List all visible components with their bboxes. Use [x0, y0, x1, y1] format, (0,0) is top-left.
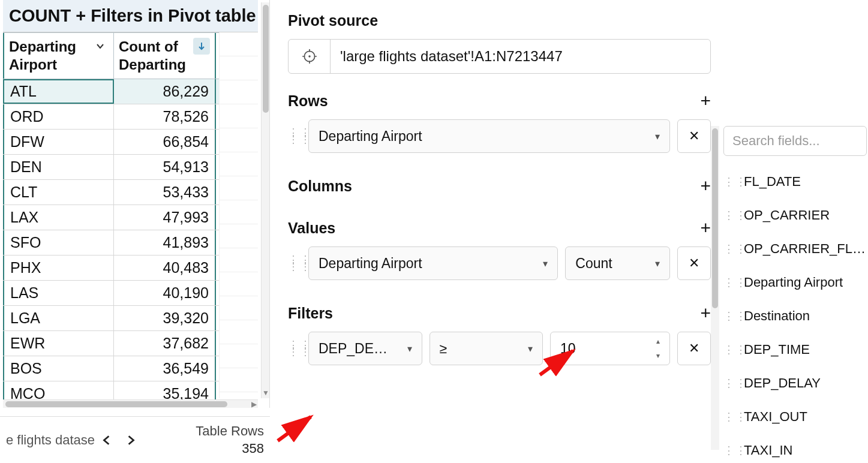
field-item[interactable]: ⋮⋮Departing Airport [723, 266, 867, 299]
scrollbar-thumb[interactable] [712, 128, 718, 308]
field-item[interactable]: ⋮⋮OP_CARRIER [723, 199, 867, 232]
add-row-field-button[interactable]: + [700, 92, 711, 110]
add-column-field-button[interactable]: + [700, 177, 711, 195]
cell-count: 53,433 [114, 180, 216, 205]
cell-count: 78,526 [114, 104, 216, 129]
number-stepper: ▴ ▾ [650, 334, 666, 363]
remove-values-field-button[interactable]: ✕ [677, 246, 711, 280]
values-aggregation-value: Count [566, 255, 645, 272]
values-section-header: Values + [288, 219, 711, 237]
rows-field-select[interactable]: Departing Airport ▾ [308, 119, 670, 153]
sheet-tab[interactable]: e flights datase [6, 432, 95, 448]
pivot-table: COUNT + Filters in Pivot table Departing… [3, 0, 258, 399]
horizontal-scrollbar[interactable]: ▶ [3, 399, 258, 408]
sort-descending-icon[interactable] [193, 38, 210, 55]
cell-airport: PHX [3, 255, 114, 280]
field-name: TAXI_OUT [744, 409, 807, 425]
values-field-row: ⋮⋮⋮⋮ Departing Airport ▾ Count ▾ ✕ [288, 246, 711, 280]
field-name: OP_CARRIER_FL_N… [744, 241, 867, 257]
table-rows-value: 358 [196, 440, 264, 458]
drag-handle-icon[interactable]: ⋮⋮ [723, 414, 737, 420]
filters-field-row: ⋮⋮⋮⋮ DEP_DEL… ▾ ≥ ▾ ▴ ▾ ✕ [288, 332, 711, 365]
filters-section-header: Filters + [288, 304, 711, 322]
scrollbar-thumb[interactable] [5, 401, 227, 407]
drag-handle-icon[interactable]: ⋮⋮ [723, 279, 737, 286]
drag-handle-icon[interactable]: ⋮⋮ [723, 313, 737, 320]
drag-handle-icon[interactable]: ⋮⋮⋮⋮ [288, 342, 301, 355]
filter-field-value: DEP_DEL… [309, 341, 398, 357]
rows-field-row: ⋮⋮⋮⋮ Departing Airport ▾ ✕ [288, 119, 711, 153]
drag-handle-icon[interactable]: ⋮⋮ [723, 447, 737, 454]
svg-point-1 [308, 55, 310, 57]
cell-count: 86,229 [114, 79, 216, 104]
field-item[interactable]: ⋮⋮DEP_TIME [723, 333, 867, 366]
cell-count: 40,190 [114, 281, 216, 305]
drag-handle-icon[interactable]: ⋮⋮ [723, 246, 737, 252]
pivot-extra-columns [219, 32, 258, 398]
search-fields-input[interactable] [723, 126, 867, 156]
column-header-label: Departing Airport [9, 38, 89, 74]
drag-handle-icon[interactable]: ⋮⋮ [723, 179, 737, 185]
field-item[interactable]: ⋮⋮TAXI_OUT [723, 400, 867, 434]
drag-handle-icon[interactable]: ⋮⋮ [723, 347, 737, 353]
chevron-down-icon[interactable] [92, 38, 109, 55]
pivot-source-value[interactable]: 'large flights dataset'!A1:N7213447 [331, 48, 572, 65]
field-name: DEP_DELAY [744, 375, 821, 391]
drag-handle-icon[interactable]: ⋮⋮⋮⋮ [288, 257, 301, 270]
section-title-text: Filters [288, 305, 333, 322]
columns-section-header: Columns + [288, 177, 711, 195]
vertical-scrollbar[interactable]: ▼ [261, 2, 269, 398]
field-item[interactable]: ⋮⋮TAXI_IN [723, 434, 867, 463]
rows-field-value: Departing Airport [309, 128, 645, 145]
pivot-table-pane: COUNT + Filters in Pivot table Departing… [0, 0, 270, 408]
cell-count: 36,549 [114, 356, 216, 381]
field-name: DEP_TIME [744, 342, 810, 357]
add-filter-button[interactable]: + [700, 304, 711, 322]
section-title-text: Pivot source [288, 12, 378, 29]
step-up-button[interactable]: ▴ [650, 334, 666, 348]
drag-handle-icon[interactable]: ⋮⋮ [723, 212, 737, 219]
cell-count: 39,320 [114, 306, 216, 330]
cell-count: 66,854 [114, 130, 216, 154]
step-down-button[interactable]: ▾ [650, 348, 666, 363]
fields-pane: ⋮⋮FL_DATE⋮⋮OP_CARRIER⋮⋮OP_CARRIER_FL_N…⋮… [720, 0, 868, 463]
scroll-right-icon[interactable]: ▶ [251, 400, 257, 408]
select-range-button[interactable] [289, 40, 331, 73]
add-value-field-button[interactable]: + [700, 219, 711, 237]
filter-field-select[interactable]: DEP_DEL… ▾ [308, 332, 422, 365]
config-vertical-scrollbar[interactable] [711, 126, 719, 450]
remove-filter-button[interactable]: ✕ [677, 332, 711, 365]
values-aggregation-select[interactable]: Count ▾ [565, 246, 670, 280]
chevron-down-icon: ▾ [518, 343, 542, 354]
field-name: Departing Airport [744, 275, 843, 290]
cell-airport: DFW [3, 130, 114, 154]
cell-airport: BOS [3, 356, 114, 381]
drag-handle-icon[interactable]: ⋮⋮⋮⋮ [288, 130, 301, 143]
rows-section-header: Rows + [288, 92, 711, 110]
cell-airport: ORD [3, 104, 114, 129]
field-item[interactable]: ⋮⋮FL_DATE [723, 165, 867, 199]
section-title-text: Values [288, 220, 335, 237]
remove-rows-field-button[interactable]: ✕ [677, 119, 711, 153]
filter-operator-select[interactable]: ≥ ▾ [430, 332, 543, 365]
scroll-down-icon[interactable]: ▼ [262, 389, 269, 397]
pivot-source-label: Pivot source [288, 12, 711, 29]
field-item[interactable]: ⋮⋮DEP_DELAY [723, 366, 867, 400]
values-field-select[interactable]: Departing Airport ▾ [308, 246, 558, 280]
field-list: ⋮⋮FL_DATE⋮⋮OP_CARRIER⋮⋮OP_CARRIER_FL_N…⋮… [723, 165, 867, 463]
prev-sheet-button[interactable] [95, 428, 119, 452]
filter-operator-value: ≥ [430, 341, 519, 357]
field-name: FL_DATE [744, 174, 801, 190]
next-sheet-button[interactable] [119, 428, 143, 452]
field-item[interactable]: ⋮⋮Destination [723, 299, 867, 333]
cell-count: 54,913 [114, 155, 216, 179]
column-header-departing-airport[interactable]: Departing Airport [3, 33, 114, 79]
pivot-title: COUNT + Filters in Pivot table [3, 0, 258, 32]
drag-handle-icon[interactable]: ⋮⋮ [723, 380, 737, 387]
scrollbar-thumb[interactable] [263, 5, 269, 113]
field-name: TAXI_IN [744, 443, 793, 458]
field-item[interactable]: ⋮⋮OP_CARRIER_FL_N… [723, 232, 867, 266]
cell-airport: DEN [3, 155, 114, 179]
column-header-count[interactable]: Count of Departing [114, 33, 216, 79]
table-rows-info: Table Rows 358 [196, 423, 264, 457]
